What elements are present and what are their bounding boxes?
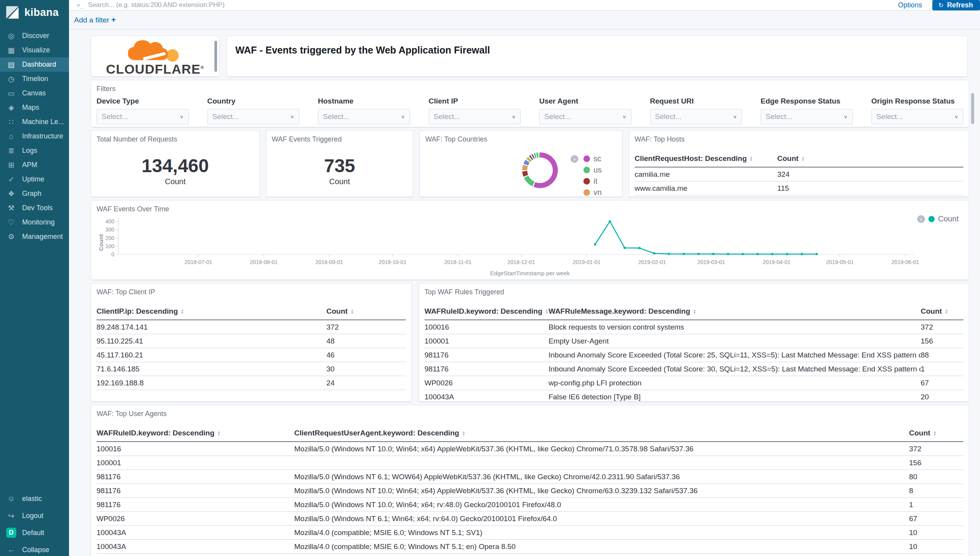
sidebar-item-elastic[interactable]: ☺elastic bbox=[0, 490, 69, 507]
sidebar-item-logs[interactable]: ≣Logs bbox=[0, 143, 69, 158]
chevron-down-icon: ∨ bbox=[512, 114, 516, 119]
panel-top-waf-rules: Top WAF Rules Triggered WAFRuleID.keywor… bbox=[419, 283, 969, 402]
filter-field-device-type: Device Type Select... ∨ bbox=[97, 97, 189, 124]
sidebar-item-graph[interactable]: ❖Graph bbox=[0, 186, 69, 201]
filter-select-user-agent[interactable]: Select... ∨ bbox=[539, 109, 631, 124]
sidebar-item-label: elastic bbox=[22, 495, 42, 503]
legend-item-it[interactable]: it bbox=[583, 176, 602, 187]
sidebar-item-canvas[interactable]: ▭Canvas bbox=[0, 86, 69, 100]
sort-icon: ▲▼ bbox=[545, 309, 549, 314]
sidebar-item-logout[interactable]: ↪Logout bbox=[0, 507, 69, 524]
machine-learning-icon: ∷ bbox=[6, 117, 16, 126]
table-cell: 156 bbox=[921, 334, 963, 348]
table-cell: 156 bbox=[909, 456, 963, 470]
kibana-app: kibana ◎Discover▦Visualize▤Dashboard◷Tim… bbox=[0, 0, 980, 556]
svg-text:2018-09-01: 2018-09-01 bbox=[315, 259, 343, 265]
table-cell: 372 bbox=[909, 442, 963, 456]
sidebar-item-apm[interactable]: ⊞APM bbox=[0, 158, 69, 172]
column-header-count[interactable]: Count▲▼ bbox=[921, 305, 963, 320]
dashboard-grid-icon: ▤ bbox=[6, 60, 16, 69]
table-cell: Mozilla/5.0 (Windows NT 6.1; WOW64) Appl… bbox=[294, 470, 909, 484]
sidebar-item-management[interactable]: ⚙Management bbox=[0, 230, 69, 244]
table-cell: 981176 bbox=[97, 498, 294, 512]
sidebar-item-collapse[interactable]: ←Collapse bbox=[0, 541, 69, 556]
sidebar-item-discover[interactable]: ◎Discover bbox=[0, 29, 69, 43]
sidebar-item-visualize[interactable]: ▦Visualize bbox=[0, 43, 69, 57]
svg-text:2019-02-01: 2019-02-01 bbox=[638, 259, 666, 265]
table-cell: 10 bbox=[909, 526, 963, 540]
panel-total-requests: Total Number of Requests 134,460 Count bbox=[91, 130, 260, 197]
options-button[interactable]: Options bbox=[898, 1, 922, 9]
svg-text:2019-06-01: 2019-06-01 bbox=[891, 259, 919, 265]
compass-icon: ◎ bbox=[6, 31, 16, 40]
monitoring-icon: ♡ bbox=[6, 218, 16, 227]
column-header-clientrequesthost-descending[interactable]: ClientRequestHost: Descending▲▼ bbox=[635, 152, 777, 167]
filter-label: Country bbox=[207, 97, 300, 105]
sidebar-item-maps[interactable]: ◈Maps bbox=[0, 100, 69, 115]
sidebar-item-uptime[interactable]: ✓Uptime bbox=[0, 172, 69, 186]
infrastructure-icon: ⌂ bbox=[6, 132, 16, 141]
chevron-down-icon: ∨ bbox=[622, 114, 626, 119]
sidebar-item-default[interactable]: DDefault bbox=[0, 524, 69, 541]
column-header-wafrulemessage-keyword-descending[interactable]: WAFRuleMessage.keyword: Descending▲▼ bbox=[549, 305, 921, 320]
column-header-count[interactable]: Count▲▼ bbox=[777, 152, 963, 167]
svg-text:200: 200 bbox=[105, 235, 115, 241]
add-filter-link[interactable]: Add a filter + bbox=[74, 16, 116, 24]
legend-item-us[interactable]: us bbox=[583, 164, 602, 176]
sidebar-item-dev-tools[interactable]: ⚒Dev Tools bbox=[0, 201, 69, 215]
sidebar-item-label: Monitoring bbox=[22, 218, 55, 226]
sidebar-item-label: APM bbox=[22, 161, 37, 169]
legend-item-sc[interactable]: ›sc bbox=[583, 153, 602, 164]
filter-select-origin-response-status[interactable]: Select... ∨ bbox=[871, 109, 964, 124]
legend-expand-icon[interactable]: › bbox=[571, 155, 578, 163]
column-header-clientip-ip-descending[interactable]: ClientIP.ip: Descending▲▼ bbox=[97, 305, 326, 320]
time-chart-legend[interactable]: › Count bbox=[917, 214, 959, 223]
panel-title: Top WAF Rules Triggered bbox=[419, 283, 969, 299]
sidebar-item-monitoring[interactable]: ♡Monitoring bbox=[0, 215, 69, 230]
map-layers-icon: ◈ bbox=[6, 103, 16, 112]
column-header-count[interactable]: Count▲▼ bbox=[909, 426, 963, 442]
select-placeholder: Select... bbox=[655, 112, 682, 121]
sort-icon: ▲▼ bbox=[693, 309, 696, 314]
sidebar-item-dashboard[interactable]: ▤Dashboard bbox=[0, 57, 69, 72]
column-header-wafruleid-keyword-descending[interactable]: WAFRuleID.keyword: Descending▲▼ bbox=[424, 305, 549, 320]
panel-waf-events-over-time: WAF Events Over Time Count 0100200300400… bbox=[91, 200, 969, 280]
panel-scrollbar[interactable] bbox=[214, 41, 217, 72]
legend-label: vn bbox=[594, 188, 602, 197]
legend-item-vn[interactable]: vn bbox=[583, 187, 602, 197]
column-header-count[interactable]: Count▲▼ bbox=[326, 305, 406, 320]
filter-select-device-type[interactable]: Select... ∨ bbox=[97, 109, 189, 124]
query-prompt-icon: >_ bbox=[77, 2, 83, 8]
filter-label: Origin Response Status bbox=[871, 97, 964, 105]
table-cell: www.camilia.me bbox=[635, 181, 777, 195]
select-placeholder: Select... bbox=[544, 112, 571, 121]
search-input[interactable] bbox=[83, 1, 898, 9]
filter-select-edge-response-status[interactable]: Select... ∨ bbox=[761, 109, 853, 124]
dev-tools-icon: ⚒ bbox=[6, 204, 16, 212]
legend-expand-icon[interactable]: › bbox=[917, 215, 925, 223]
space-default-icon: D bbox=[6, 528, 16, 538]
kibana-logo[interactable]: kibana bbox=[0, 0, 69, 25]
filter-select-country[interactable]: Select... ∨ bbox=[207, 109, 300, 124]
filter-select-request-uri[interactable]: Select... ∨ bbox=[650, 109, 742, 124]
countries-donut-chart[interactable] bbox=[522, 152, 558, 188]
table-cell: Inbound Anomaly Score Exceeded (Total Sc… bbox=[549, 348, 921, 362]
table-row: 100001156 bbox=[97, 456, 963, 470]
filter-select-hostname[interactable]: Select... ∨ bbox=[318, 109, 410, 124]
refresh-button[interactable]: ↻ Refresh bbox=[932, 0, 980, 10]
table-cell: 8 bbox=[909, 484, 963, 498]
bar-chart-icon: ▦ bbox=[6, 46, 16, 55]
filter-select-client-ip[interactable]: Select... ∨ bbox=[429, 109, 521, 124]
column-header-clientrequestuseragent-keyword-descending[interactable]: ClientRequestUserAgent.keyword: Descendi… bbox=[294, 426, 909, 442]
sidebar-item-infrastructure[interactable]: ⌂Infrastructure bbox=[0, 129, 69, 143]
panel-title: Total Number of Requests bbox=[91, 131, 259, 146]
sidebar-item-label: Management bbox=[22, 233, 63, 241]
column-header-wafruleid-keyword-descending[interactable]: WAFRuleID.keyword: Descending▲▼ bbox=[97, 426, 294, 442]
sidebar-item-label: Maps bbox=[22, 104, 39, 112]
select-placeholder: Select... bbox=[766, 112, 792, 121]
sidebar-item-timelion[interactable]: ◷Timelion bbox=[0, 72, 69, 86]
table-cell: Mozilla/5.0 (Windows NT 10.0; Win64; x64… bbox=[294, 498, 909, 512]
events-over-time-chart[interactable]: 01002003004002018-07-012018-08-012018-09… bbox=[97, 214, 964, 272]
page-scrollbar-thumb[interactable] bbox=[971, 93, 974, 124]
sidebar-item-machine-le[interactable]: ∷Machine Le... bbox=[0, 115, 69, 129]
